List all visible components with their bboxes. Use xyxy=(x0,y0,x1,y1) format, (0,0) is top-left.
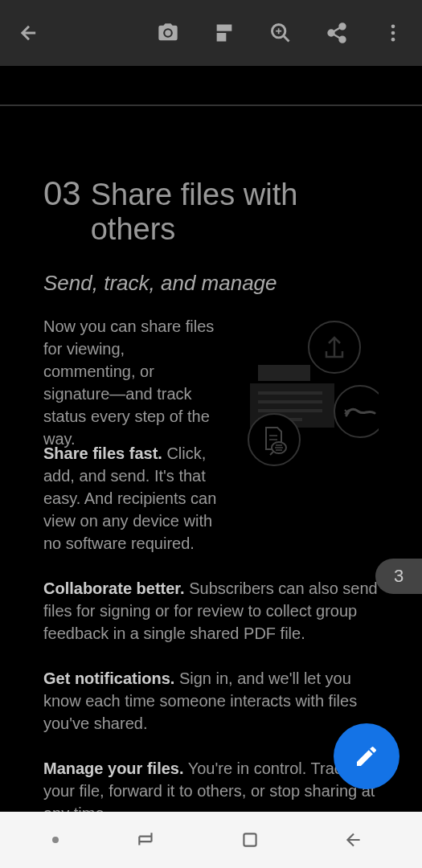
section-subtitle: Send, track, and manage xyxy=(43,271,379,296)
svg-rect-10 xyxy=(258,365,310,381)
feature-item: Collaborate better. Subscribers can also… xyxy=(43,577,379,645)
section-number: 03 xyxy=(43,174,81,213)
page-view-icon[interactable] xyxy=(211,20,237,46)
svg-rect-24 xyxy=(244,833,256,845)
share-icon[interactable] xyxy=(324,20,350,46)
nav-back-icon[interactable] xyxy=(338,824,370,856)
feature-item: Share files fast. Click, add, and send. … xyxy=(43,442,228,555)
nav-recent-icon[interactable] xyxy=(130,824,162,856)
feature-bold: Collaborate better. xyxy=(43,579,185,597)
top-toolbar xyxy=(0,0,422,66)
svg-point-4 xyxy=(329,31,334,36)
share-illustration xyxy=(234,315,379,468)
svg-point-7 xyxy=(391,31,395,35)
section-title: Share files with others xyxy=(91,178,379,247)
edit-fab[interactable] xyxy=(334,723,399,789)
svg-rect-1 xyxy=(217,33,227,42)
nav-home-icon[interactable] xyxy=(234,824,266,856)
feature-bold: Get notifications. xyxy=(43,669,174,687)
svg-point-5 xyxy=(340,37,346,43)
more-icon[interactable] xyxy=(380,20,406,46)
feature-bold: Manage your files. xyxy=(43,760,184,777)
search-icon[interactable] xyxy=(268,20,293,46)
system-nav-bar xyxy=(0,812,422,868)
svg-rect-0 xyxy=(217,25,232,31)
svg-point-3 xyxy=(340,23,346,29)
svg-point-8 xyxy=(391,38,395,42)
back-icon[interactable] xyxy=(16,20,42,46)
svg-point-6 xyxy=(391,25,395,29)
page-indicator: 3 xyxy=(375,559,422,594)
camera-icon[interactable] xyxy=(155,20,181,46)
feature-bold: Share files fast. xyxy=(43,444,162,462)
nav-assist-icon[interactable] xyxy=(52,837,59,843)
feature-item: Get notifications. Sign in, and we'll le… xyxy=(43,667,379,735)
